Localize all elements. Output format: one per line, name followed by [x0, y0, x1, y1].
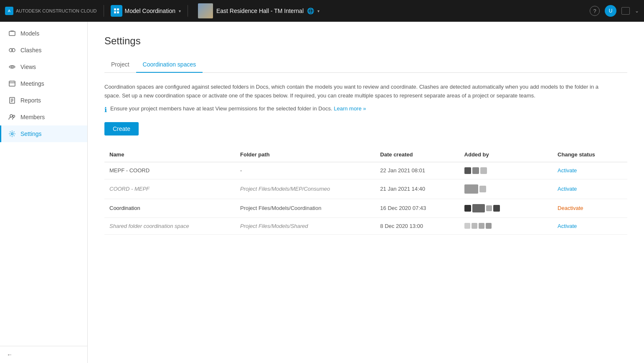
status-link[interactable]: Activate [558, 186, 577, 192]
clashes-icon [8, 46, 16, 54]
sidebar-item-members[interactable]: Members [0, 109, 87, 125]
status-link[interactable]: Deactivate [558, 205, 583, 211]
cell-date: 8 Dec 2020 13:00 [375, 217, 459, 234]
app-name: Model Coordination [125, 8, 175, 14]
col-header-status: Change status [553, 147, 627, 162]
page-title: Settings [104, 35, 627, 47]
autodesk-logo: A [5, 7, 13, 15]
tab-coordination-spaces[interactable]: Coordination spaces [136, 57, 203, 73]
avatar-group [464, 223, 548, 229]
window-controls [621, 7, 630, 15]
expand-icon: ⌄ [635, 8, 639, 14]
collapse-icon: ← [7, 351, 13, 358]
app-chevron-icon: ▾ [179, 9, 181, 13]
coordination-spaces-table: Name Folder path Date created Added by C… [104, 147, 627, 235]
col-header-name: Name [104, 147, 235, 162]
project-thumbnail [198, 3, 213, 18]
cell-added-by [459, 162, 553, 179]
avatar-item [464, 205, 471, 212]
col-header-folder: Folder path [235, 147, 375, 162]
brand-text: AUTODESK CONSTRUCTION CLOUD [16, 8, 97, 13]
cell-folder: Project Files/Models/Shared [235, 217, 375, 234]
svg-rect-2 [114, 11, 116, 13]
svg-rect-8 [9, 81, 15, 86]
sidebar-label-settings: Settings [20, 130, 42, 137]
coordination-icon [113, 8, 120, 14]
cell-added-by [459, 199, 553, 217]
tab-project[interactable]: Project [104, 57, 136, 73]
sidebar-item-meetings[interactable]: Meetings [0, 75, 87, 92]
svg-point-11 [13, 115, 15, 118]
cell-status: Deactivate [553, 199, 627, 217]
svg-point-10 [10, 115, 13, 117]
info-description: Coordination spaces are configured again… [104, 83, 606, 100]
main-layout: Models Clashes Views [0, 22, 644, 363]
table-row: Coordination Project Files/Models/Coordi… [104, 199, 627, 217]
avatar-item [472, 204, 485, 212]
app-switcher[interactable]: Model Coordination ▾ [111, 5, 181, 17]
reports-icon [8, 96, 16, 105]
avatar-group [464, 167, 548, 174]
cell-status: Activate [553, 162, 627, 179]
info-note: ℹ Ensure your project members have at le… [104, 105, 627, 114]
cell-name: COORD - MEPF [104, 179, 235, 199]
learn-more-link[interactable]: Learn more » [334, 105, 366, 112]
cell-date: 22 Jan 2021 08:01 [375, 162, 459, 179]
avatar-item [493, 205, 500, 212]
avatar-item [472, 167, 479, 174]
members-icon [8, 113, 16, 121]
svg-rect-0 [114, 8, 116, 10]
project-name: East Residence Hall - TM Internal [216, 8, 304, 14]
topbar-divider [104, 5, 104, 17]
status-link[interactable]: Activate [558, 223, 577, 229]
col-header-date: Date created [375, 147, 459, 162]
svg-rect-3 [117, 11, 119, 13]
models-icon [8, 29, 16, 38]
sidebar-item-reports[interactable]: Reports [0, 92, 87, 109]
topbar-divider2 [188, 5, 188, 17]
avatar-item [486, 223, 492, 229]
svg-point-12 [11, 133, 13, 135]
sidebar-label-reports: Reports [20, 97, 41, 104]
avatar[interactable]: U [605, 5, 616, 17]
sidebar: Models Clashes Views [0, 22, 88, 363]
avatar-item [464, 184, 478, 194]
topbar: A AUTODESK CONSTRUCTION CLOUD Model Coor… [0, 0, 644, 22]
table-row: MEPF - COORD - 22 Jan 2021 08:01 Activat… [104, 162, 627, 179]
settings-tabs: Project Coordination spaces [104, 57, 627, 73]
cell-name: Shared folder coordination space [104, 217, 235, 234]
avatar-item [486, 205, 492, 211]
settings-icon [8, 130, 16, 138]
svg-point-7 [11, 66, 13, 68]
cell-name: Coordination [104, 199, 235, 217]
sidebar-item-clashes[interactable]: Clashes [0, 42, 87, 59]
globe-icon: 🌐 [307, 8, 314, 14]
app-icon [111, 5, 122, 17]
avatar-item [464, 223, 470, 229]
sidebar-item-models[interactable]: Models [0, 25, 87, 42]
project-selector[interactable]: East Residence Hall - TM Internal 🌐 ▾ [198, 3, 319, 18]
cell-status: Activate [553, 179, 627, 199]
cell-folder: - [235, 162, 375, 179]
create-button[interactable]: Create [104, 122, 139, 135]
cell-date: 16 Dec 2020 07:43 [375, 199, 459, 217]
sidebar-item-settings[interactable]: Settings [0, 125, 87, 142]
info-circle-icon: ℹ [104, 106, 107, 114]
status-link[interactable]: Activate [558, 167, 577, 174]
project-thumbnail-img [198, 3, 213, 18]
avatar-item [479, 223, 484, 229]
cell-added-by [459, 179, 553, 199]
sidebar-item-views[interactable]: Views [0, 59, 87, 75]
views-icon [8, 63, 16, 71]
table-row: Shared folder coordination space Project… [104, 217, 627, 234]
sidebar-label-models: Models [20, 30, 39, 37]
table-row: COORD - MEPF Project Files/Models/MEP/Co… [104, 179, 627, 199]
col-header-added: Added by [459, 147, 553, 162]
help-button[interactable]: ? [590, 6, 600, 16]
table-header-row: Name Folder path Date created Added by C… [104, 147, 627, 162]
cell-folder: Project Files/Models/Coordination [235, 199, 375, 217]
sidebar-collapse-button[interactable]: ← [0, 346, 87, 363]
project-dropdown-icon: ▾ [317, 9, 319, 13]
topbar-actions: ? U ⌄ [590, 5, 639, 17]
meetings-icon [8, 79, 16, 88]
